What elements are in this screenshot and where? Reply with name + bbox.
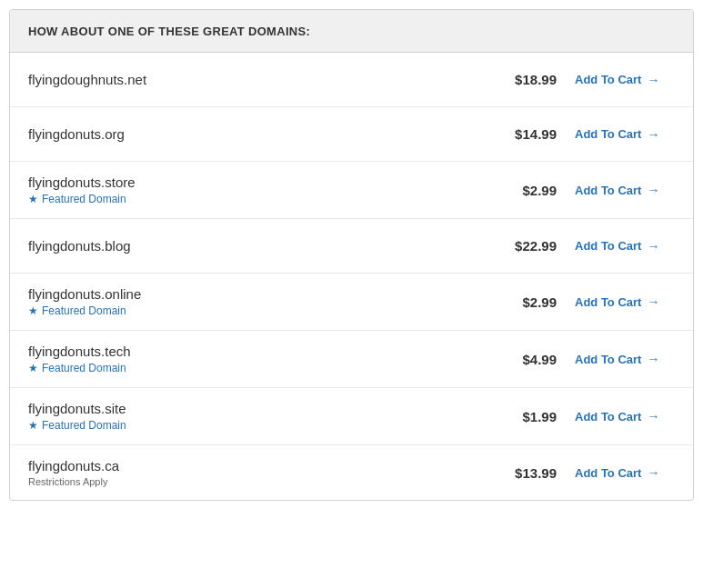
star-icon: ★	[28, 419, 38, 432]
domain-info: flyingdonuts.site★Featured Domain	[28, 401, 484, 432]
arrow-icon: →	[647, 73, 659, 87]
section-header: HOW ABOUT ONE OF THESE GREAT DOMAINS:	[10, 10, 693, 53]
domain-price: $13.99	[484, 465, 575, 481]
arrow-icon: →	[647, 294, 659, 309]
arrow-icon: →	[647, 183, 659, 197]
domain-row: flyingdonuts.blog$22.99Add To Cart→	[10, 219, 693, 274]
domain-price: $22.99	[484, 238, 575, 254]
domain-name: flyingdoughnuts.net	[28, 72, 484, 87]
arrow-icon: →	[647, 465, 659, 480]
arrow-icon: →	[647, 352, 659, 366]
featured-badge: ★Featured Domain	[28, 419, 484, 432]
featured-badge: ★Featured Domain	[28, 362, 484, 374]
domain-row: flyingdonuts.site★Featured Domain$1.99Ad…	[10, 388, 693, 445]
add-to-cart-button[interactable]: Add To Cart→	[575, 294, 675, 309]
domain-info: flyingdonuts.blog	[28, 238, 484, 254]
domain-name: flyingdonuts.blog	[28, 238, 484, 254]
add-to-cart-label: Add To Cart	[575, 353, 641, 366]
domain-info: flyingdonuts.org	[28, 126, 484, 142]
add-to-cart-button[interactable]: Add To Cart→	[575, 73, 675, 87]
domain-price: $2.99	[484, 294, 575, 310]
domain-row: flyingdoughnuts.net$18.99Add To Cart→	[10, 53, 693, 107]
domain-price: $18.99	[484, 72, 575, 87]
domain-row: flyingdonuts.tech★Featured Domain$4.99Ad…	[10, 331, 693, 388]
domain-name: flyingdonuts.online	[28, 286, 484, 302]
domain-row: flyingdonuts.store★Featured Domain$2.99A…	[10, 162, 693, 219]
featured-badge: ★Featured Domain	[28, 304, 484, 317]
add-to-cart-button[interactable]: Add To Cart→	[575, 409, 675, 424]
add-to-cart-label: Add To Cart	[575, 466, 641, 480]
star-icon: ★	[28, 304, 38, 317]
domain-price: $14.99	[484, 126, 575, 142]
add-to-cart-label: Add To Cart	[575, 239, 641, 253]
arrow-icon: →	[647, 409, 659, 424]
domain-name: flyingdonuts.store	[28, 174, 484, 190]
add-to-cart-label: Add To Cart	[575, 184, 641, 197]
arrow-icon: →	[647, 127, 659, 142]
featured-label: Featured Domain	[42, 362, 126, 374]
domain-row: flyingdonuts.online★Featured Domain$2.99…	[10, 274, 693, 331]
domain-name: flyingdonuts.org	[28, 126, 484, 142]
domain-suggestions-container: HOW ABOUT ONE OF THESE GREAT DOMAINS: fl…	[9, 9, 694, 501]
domain-info: flyingdonuts.store★Featured Domain	[28, 174, 484, 205]
arrow-icon: →	[647, 239, 659, 254]
add-to-cart-button[interactable]: Add To Cart→	[575, 183, 675, 197]
star-icon: ★	[28, 362, 38, 374]
add-to-cart-button[interactable]: Add To Cart→	[575, 352, 675, 366]
domain-info: flyingdonuts.online★Featured Domain	[28, 286, 484, 317]
star-icon: ★	[28, 193, 38, 205]
domain-name: flyingdonuts.site	[28, 401, 484, 416]
add-to-cart-button[interactable]: Add To Cart→	[575, 465, 675, 480]
header-text: HOW ABOUT ONE OF THESE GREAT DOMAINS:	[28, 25, 310, 38]
add-to-cart-label: Add To Cart	[575, 410, 641, 424]
domain-list: flyingdoughnuts.net$18.99Add To Cart→fly…	[10, 53, 693, 500]
domain-name: flyingdonuts.ca	[28, 458, 484, 473]
add-to-cart-button[interactable]: Add To Cart→	[575, 239, 675, 254]
add-to-cart-label: Add To Cart	[575, 73, 641, 86]
domain-name: flyingdonuts.tech	[28, 344, 484, 359]
add-to-cart-label: Add To Cart	[575, 295, 641, 309]
domain-row: flyingdonuts.org$14.99Add To Cart→	[10, 107, 693, 162]
domain-price: $1.99	[484, 409, 575, 424]
domain-row: flyingdonuts.caRestrictions Apply$13.99A…	[10, 445, 693, 500]
domain-info: flyingdonuts.caRestrictions Apply	[28, 458, 484, 487]
featured-label: Featured Domain	[42, 304, 126, 317]
add-to-cart-label: Add To Cart	[575, 127, 641, 141]
featured-label: Featured Domain	[42, 419, 126, 432]
domain-price: $4.99	[484, 352, 575, 367]
restrictions-label: Restrictions Apply	[28, 476, 484, 487]
domain-price: $2.99	[484, 183, 575, 198]
add-to-cart-button[interactable]: Add To Cart→	[575, 127, 675, 142]
domain-info: flyingdoughnuts.net	[28, 72, 484, 87]
domain-info: flyingdonuts.tech★Featured Domain	[28, 344, 484, 374]
featured-badge: ★Featured Domain	[28, 193, 484, 205]
featured-label: Featured Domain	[42, 193, 126, 205]
